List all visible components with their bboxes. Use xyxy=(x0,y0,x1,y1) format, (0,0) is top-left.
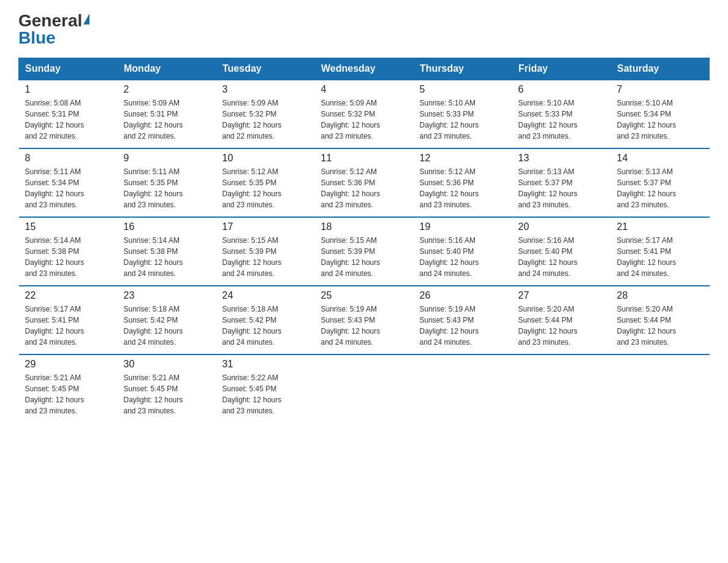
calendar-day-cell: 26Sunrise: 5:19 AMSunset: 5:43 PMDayligh… xyxy=(414,286,512,354)
calendar-day-cell: 6Sunrise: 5:10 AMSunset: 5:33 PMDaylight… xyxy=(512,80,611,148)
calendar-day-cell: 27Sunrise: 5:20 AMSunset: 5:44 PMDayligh… xyxy=(512,286,611,354)
calendar-day-cell: 28Sunrise: 5:20 AMSunset: 5:44 PMDayligh… xyxy=(611,286,710,354)
page-header: General Blue xyxy=(18,12,710,47)
day-sun-info: Sunrise: 5:09 AMSunset: 5:31 PMDaylight:… xyxy=(124,98,210,142)
calendar-day-cell: 12Sunrise: 5:12 AMSunset: 5:36 PMDayligh… xyxy=(414,148,512,217)
day-sun-info: Sunrise: 5:17 AMSunset: 5:41 PMDaylight:… xyxy=(25,304,112,348)
weekday-header-tuesday: Tuesday xyxy=(216,58,315,80)
day-sun-info: Sunrise: 5:10 AMSunset: 5:34 PMDaylight:… xyxy=(617,98,703,142)
calendar-day-cell: 18Sunrise: 5:15 AMSunset: 5:39 PMDayligh… xyxy=(315,217,414,286)
day-sun-info: Sunrise: 5:13 AMSunset: 5:37 PMDaylight:… xyxy=(617,166,703,210)
day-number: 24 xyxy=(222,290,309,301)
weekday-header-row: SundayMondayTuesdayWednesdayThursdayFrid… xyxy=(19,58,710,80)
calendar-day-cell: 2Sunrise: 5:09 AMSunset: 5:31 PMDaylight… xyxy=(118,80,216,148)
weekday-header-thursday: Thursday xyxy=(414,58,512,80)
day-sun-info: Sunrise: 5:19 AMSunset: 5:43 PMDaylight:… xyxy=(420,304,506,348)
day-sun-info: Sunrise: 5:12 AMSunset: 5:36 PMDaylight:… xyxy=(321,166,408,210)
calendar-day-cell: 1Sunrise: 5:08 AMSunset: 5:31 PMDaylight… xyxy=(19,80,118,148)
day-number: 25 xyxy=(321,290,408,301)
day-number: 20 xyxy=(518,221,605,232)
calendar-day-cell: 5Sunrise: 5:10 AMSunset: 5:33 PMDaylight… xyxy=(414,80,512,148)
calendar-day-cell: 25Sunrise: 5:19 AMSunset: 5:43 PMDayligh… xyxy=(315,286,414,354)
calendar-week-row: 8Sunrise: 5:11 AMSunset: 5:34 PMDaylight… xyxy=(19,148,710,217)
calendar-day-cell: 11Sunrise: 5:12 AMSunset: 5:36 PMDayligh… xyxy=(315,148,414,217)
calendar-day-cell: 16Sunrise: 5:14 AMSunset: 5:38 PMDayligh… xyxy=(118,217,216,286)
calendar-day-cell xyxy=(414,354,512,423)
day-sun-info: Sunrise: 5:19 AMSunset: 5:43 PMDaylight:… xyxy=(321,304,408,348)
day-number: 1 xyxy=(25,84,112,95)
calendar-day-cell: 7Sunrise: 5:10 AMSunset: 5:34 PMDaylight… xyxy=(611,80,710,148)
day-number: 3 xyxy=(222,84,309,95)
day-sun-info: Sunrise: 5:09 AMSunset: 5:32 PMDaylight:… xyxy=(321,98,408,142)
calendar-week-row: 1Sunrise: 5:08 AMSunset: 5:31 PMDaylight… xyxy=(19,80,710,148)
day-sun-info: Sunrise: 5:12 AMSunset: 5:35 PMDaylight:… xyxy=(222,166,309,210)
day-number: 17 xyxy=(222,221,309,232)
day-number: 21 xyxy=(617,221,703,232)
day-sun-info: Sunrise: 5:09 AMSunset: 5:32 PMDaylight:… xyxy=(222,98,309,142)
calendar-day-cell: 23Sunrise: 5:18 AMSunset: 5:42 PMDayligh… xyxy=(118,286,216,354)
day-number: 5 xyxy=(420,84,506,95)
calendar-day-cell: 30Sunrise: 5:21 AMSunset: 5:45 PMDayligh… xyxy=(118,354,216,423)
day-sun-info: Sunrise: 5:14 AMSunset: 5:38 PMDaylight:… xyxy=(124,235,210,279)
logo-general-text: General xyxy=(18,12,82,29)
day-number: 15 xyxy=(25,221,112,232)
day-number: 16 xyxy=(124,221,210,232)
logo-triangle-icon xyxy=(83,13,89,25)
day-sun-info: Sunrise: 5:21 AMSunset: 5:45 PMDaylight:… xyxy=(124,372,210,416)
calendar-day-cell xyxy=(315,354,414,423)
day-sun-info: Sunrise: 5:18 AMSunset: 5:42 PMDaylight:… xyxy=(222,304,309,348)
calendar-day-cell: 17Sunrise: 5:15 AMSunset: 5:39 PMDayligh… xyxy=(216,217,315,286)
calendar-day-cell xyxy=(611,354,710,423)
calendar-day-cell: 19Sunrise: 5:16 AMSunset: 5:40 PMDayligh… xyxy=(414,217,512,286)
calendar-day-cell: 14Sunrise: 5:13 AMSunset: 5:37 PMDayligh… xyxy=(611,148,710,217)
calendar-day-cell: 20Sunrise: 5:16 AMSunset: 5:40 PMDayligh… xyxy=(512,217,611,286)
day-number: 30 xyxy=(124,359,210,370)
day-number: 27 xyxy=(518,290,605,301)
day-number: 19 xyxy=(420,221,506,232)
day-number: 12 xyxy=(420,153,506,164)
day-sun-info: Sunrise: 5:08 AMSunset: 5:31 PMDaylight:… xyxy=(25,98,112,142)
calendar-day-cell: 10Sunrise: 5:12 AMSunset: 5:35 PMDayligh… xyxy=(216,148,315,217)
day-number: 29 xyxy=(25,359,112,370)
day-sun-info: Sunrise: 5:20 AMSunset: 5:44 PMDaylight:… xyxy=(617,304,703,348)
day-number: 31 xyxy=(222,359,309,370)
day-number: 2 xyxy=(124,84,210,95)
logo-blue-text: Blue xyxy=(18,29,56,47)
calendar-day-cell: 21Sunrise: 5:17 AMSunset: 5:41 PMDayligh… xyxy=(611,217,710,286)
day-sun-info: Sunrise: 5:13 AMSunset: 5:37 PMDaylight:… xyxy=(518,166,605,210)
day-sun-info: Sunrise: 5:11 AMSunset: 5:35 PMDaylight:… xyxy=(124,166,210,210)
day-sun-info: Sunrise: 5:15 AMSunset: 5:39 PMDaylight:… xyxy=(321,235,408,279)
day-sun-info: Sunrise: 5:15 AMSunset: 5:39 PMDaylight:… xyxy=(222,235,309,279)
day-number: 22 xyxy=(25,290,112,301)
day-number: 18 xyxy=(321,221,408,232)
day-number: 9 xyxy=(124,153,210,164)
calendar-week-row: 15Sunrise: 5:14 AMSunset: 5:38 PMDayligh… xyxy=(19,217,710,286)
calendar-day-cell: 15Sunrise: 5:14 AMSunset: 5:38 PMDayligh… xyxy=(19,217,118,286)
day-sun-info: Sunrise: 5:17 AMSunset: 5:41 PMDaylight:… xyxy=(617,235,703,279)
day-sun-info: Sunrise: 5:22 AMSunset: 5:45 PMDaylight:… xyxy=(222,372,309,416)
calendar-day-cell xyxy=(512,354,611,423)
calendar-day-cell: 31Sunrise: 5:22 AMSunset: 5:45 PMDayligh… xyxy=(216,354,315,423)
day-number: 14 xyxy=(617,153,703,164)
calendar-day-cell: 3Sunrise: 5:09 AMSunset: 5:32 PMDaylight… xyxy=(216,80,315,148)
day-number: 7 xyxy=(617,84,703,95)
day-number: 23 xyxy=(124,290,210,301)
day-sun-info: Sunrise: 5:18 AMSunset: 5:42 PMDaylight:… xyxy=(124,304,210,348)
day-sun-info: Sunrise: 5:10 AMSunset: 5:33 PMDaylight:… xyxy=(518,98,605,142)
day-number: 10 xyxy=(222,153,309,164)
weekday-header-saturday: Saturday xyxy=(611,58,710,80)
day-number: 6 xyxy=(518,84,605,95)
day-number: 4 xyxy=(321,84,408,95)
day-sun-info: Sunrise: 5:21 AMSunset: 5:45 PMDaylight:… xyxy=(25,372,112,416)
day-sun-info: Sunrise: 5:11 AMSunset: 5:34 PMDaylight:… xyxy=(25,166,112,210)
calendar-day-cell: 8Sunrise: 5:11 AMSunset: 5:34 PMDaylight… xyxy=(19,148,118,217)
day-sun-info: Sunrise: 5:16 AMSunset: 5:40 PMDaylight:… xyxy=(518,235,605,279)
calendar-day-cell: 4Sunrise: 5:09 AMSunset: 5:32 PMDaylight… xyxy=(315,80,414,148)
day-sun-info: Sunrise: 5:14 AMSunset: 5:38 PMDaylight:… xyxy=(25,235,112,279)
day-sun-info: Sunrise: 5:10 AMSunset: 5:33 PMDaylight:… xyxy=(420,98,506,142)
weekday-header-sunday: Sunday xyxy=(19,58,118,80)
day-sun-info: Sunrise: 5:16 AMSunset: 5:40 PMDaylight:… xyxy=(420,235,506,279)
day-number: 28 xyxy=(617,290,703,301)
calendar-table: SundayMondayTuesdayWednesdayThursdayFrid… xyxy=(18,58,710,423)
calendar-day-cell: 29Sunrise: 5:21 AMSunset: 5:45 PMDayligh… xyxy=(19,354,118,423)
